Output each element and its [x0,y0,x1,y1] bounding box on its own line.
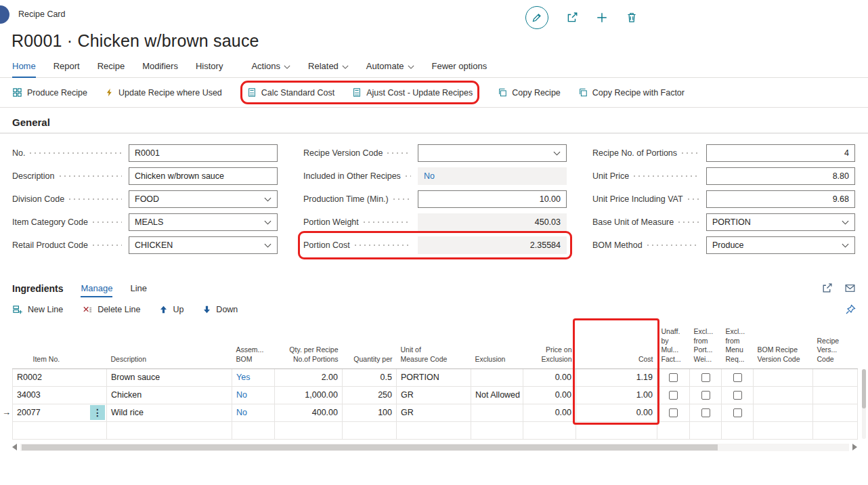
col-header-excl-portion-weight[interactable]: Excl... from Port... Wei... [690,321,722,368]
edit-button[interactable] [525,6,548,29]
delete-line-button[interactable]: Delete Line [82,305,140,315]
recipe-version-cell[interactable] [813,404,858,421]
excl-portion-cell[interactable] [690,421,722,439]
tab-line[interactable]: Line [130,283,147,293]
calc-standard-cost-button[interactable]: Calc Standard Cost [247,87,334,98]
copy-recipe-with-factor-button[interactable]: Copy Recipe with Factor [578,87,685,98]
item-no-cell[interactable]: 20077 ⋮ [13,404,107,421]
horizontal-scrollbar-thumb[interactable] [22,444,718,450]
tab-report[interactable]: Report [53,61,80,71]
tab-modifiers[interactable]: Modifiers [142,61,178,71]
exclusion-cell[interactable]: Not Allowed [471,386,523,404]
assembly-bom-cell[interactable]: No [232,404,275,421]
col-header-item-no[interactable]: Item No. [13,321,107,368]
recipe-version-code-select[interactable] [418,144,567,162]
tab-manage[interactable]: Manage [81,283,112,293]
excl-portion-checkbox[interactable] [701,373,710,382]
description-cell[interactable]: Brown sauce [107,368,232,386]
col-header-bom-recipe-version[interactable]: BOM Recipe Version Code [754,321,813,368]
price-on-exclusion-cell[interactable]: 0.00 [523,368,576,386]
qty-per-recipe-cell[interactable]: 400.00 [275,404,343,421]
unaff-checkbox[interactable] [669,391,678,400]
col-header-price-on-exclusion[interactable]: Price on Exclusion [523,321,576,368]
bom-recipe-version-cell[interactable] [754,421,813,439]
col-header-quantity-per[interactable]: Quantity per [343,321,397,368]
price-on-exclusion-cell[interactable]: 0.00 [523,404,576,421]
division-code-select[interactable]: FOOD [129,190,278,208]
unit-price-input[interactable]: 8.80 [706,167,855,185]
copy-recipe-button[interactable]: Copy Recipe [498,87,561,98]
col-header-qty-per-recipe[interactable]: Qty. per Recipe No.of Portions [275,321,343,368]
bom-recipe-version-cell[interactable] [754,386,813,404]
delete-button[interactable] [626,12,638,24]
col-header-cost[interactable]: Cost [576,321,657,368]
bom-recipe-version-cell[interactable] [754,404,813,421]
assembly-bom-cell[interactable] [232,421,275,439]
vertical-scrollbar-thumb[interactable] [862,369,866,408]
menu-related[interactable]: Related [308,61,349,71]
exclusion-cell[interactable] [471,421,523,439]
production-time-input[interactable]: 10.00 [418,190,567,208]
menu-automate[interactable]: Automate [366,61,414,71]
share-part-button[interactable] [821,282,833,294]
retail-product-code-select[interactable]: CHICKEN [129,236,278,254]
unaff-checkbox[interactable] [669,408,678,417]
produce-recipe-button[interactable]: Produce Recipe [12,87,87,98]
row-actions-button[interactable]: ⋮ [90,405,105,420]
price-on-exclusion-cell[interactable] [523,421,576,439]
recipe-no-of-portions-input[interactable]: 4 [706,144,855,162]
tab-home[interactable]: Home [12,61,36,71]
quantity-per-cell[interactable]: 250 [343,386,397,404]
adjust-cost-update-recipes-button[interactable]: Ajust Cost - Update Recipes [352,87,473,98]
excl-portion-checkbox[interactable] [701,408,710,417]
no-input[interactable]: R0001 [129,144,278,162]
col-header-description[interactable]: Description [107,321,232,368]
cost-cell[interactable]: 1.00 [576,386,657,404]
description-input[interactable]: Chicken w/brown sauce [129,167,278,185]
description-cell[interactable]: Wild rice [107,404,232,421]
share-button[interactable] [566,12,578,24]
qty-per-recipe-cell[interactable] [275,421,343,439]
col-header-recipe-version[interactable]: Recipe Vers... Code [813,321,858,368]
quantity-per-cell[interactable] [343,421,397,439]
assembly-bom-cell[interactable]: Yes [232,368,275,386]
horizontal-scrollbar-track[interactable] [20,444,849,451]
qty-per-recipe-cell[interactable]: 2.00 [275,368,343,386]
tab-recipe[interactable]: Recipe [97,61,125,71]
cost-cell[interactable]: 1.19 [576,368,657,386]
cost-cell[interactable] [576,421,657,439]
item-no-cell[interactable]: 34003 [13,386,107,404]
horizontal-scrollbar[interactable] [12,443,857,452]
fewer-options-button[interactable]: Fewer options [432,61,487,71]
description-cell[interactable] [107,421,232,439]
update-recipe-where-used-button[interactable]: Update Recipe where Used [105,87,222,98]
excl-menu-cell[interactable] [722,421,754,439]
recipe-version-cell[interactable] [813,368,858,386]
item-no-cell[interactable] [13,421,107,439]
col-header-uom-code[interactable]: Unit of Measure Code [397,321,471,368]
excl-menu-checkbox[interactable] [733,408,742,417]
qty-per-recipe-cell[interactable]: 1,000.00 [275,386,343,404]
col-header-exclusion[interactable]: Exclusion [471,321,523,368]
tab-history[interactable]: History [196,61,223,71]
unit-price-incl-vat-input[interactable]: 9.68 [706,190,855,208]
vertical-scrollbar[interactable] [862,369,866,439]
col-header-unaffected[interactable]: Unaff. by Mul... Fact... [657,321,690,368]
uom-code-cell[interactable] [397,421,471,439]
scroll-left-arrow[interactable] [12,444,17,450]
new-button[interactable] [596,12,608,24]
scroll-right-arrow[interactable] [852,444,857,450]
col-header-assembly-bom[interactable]: Assem... BOM [232,321,275,368]
email-part-button[interactable] [844,282,856,294]
excl-menu-checkbox[interactable] [733,391,742,400]
exclusion-cell[interactable] [471,404,523,421]
item-category-code-select[interactable]: MEALS [129,213,278,231]
excl-menu-checkbox[interactable] [733,373,742,382]
uom-code-cell[interactable]: GR [397,386,471,404]
price-on-exclusion-cell[interactable]: 0.00 [523,386,576,404]
recipe-version-cell[interactable] [813,386,858,404]
uom-code-cell[interactable]: PORTION [397,368,471,386]
uom-code-cell[interactable]: GR [397,404,471,421]
assembly-bom-cell[interactable]: No [232,386,275,404]
cost-cell[interactable]: 0.00 [576,404,657,421]
